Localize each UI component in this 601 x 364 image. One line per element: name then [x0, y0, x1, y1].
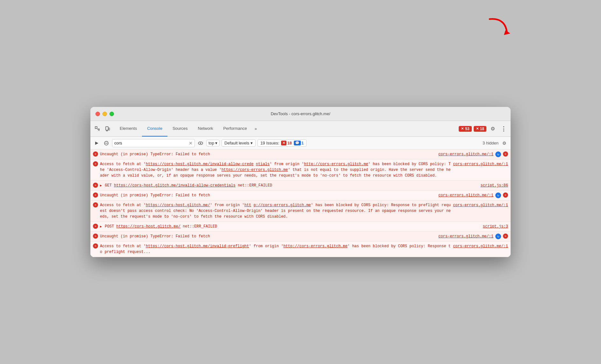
row-7-source[interactable]: cors-errors.glitch.me/:1 [438, 234, 493, 239]
row-4-source[interactable]: cors-errors.glitch.me/:1 [438, 192, 493, 198]
issues-error-count: ✕ 18 [281, 141, 292, 145]
row-6-content: ▶ POST https://cors-host.glitch.me/ net:… [100, 224, 481, 229]
row-5-source[interactable]: cors-errors.glitch.me/:1 [453, 202, 508, 208]
tab-sources[interactable]: Sources [167, 121, 193, 136]
row-7-action[interactable]: ↻ [495, 234, 501, 239]
tab-console[interactable]: Console [142, 121, 167, 136]
console-settings-icon[interactable]: ⚙ [500, 139, 508, 147]
row-2-right: cors-errors.glitch.me/:1 [453, 161, 508, 167]
maximize-button[interactable] [110, 112, 114, 116]
console-row-1: ✕ Uncaught (in promise) TypeError: Faile… [90, 150, 511, 159]
row-7-close[interactable]: ✕ [503, 234, 508, 239]
console-toolbar: ✕ top ▾ Default levels ▾ 19 Issues: ✕ 18… [90, 137, 511, 150]
clear-console-icon[interactable] [103, 139, 110, 147]
row-5-link2b[interactable]: p://cors-errors.glitch.me [254, 203, 311, 207]
row-3-link[interactable]: https://cors-host.glitch.me/invalid-allo… [114, 183, 236, 188]
row-2-content: Access to fetch at 'https://cors-host.gl… [100, 161, 451, 178]
row-8-link2[interactable]: http://cors-errors.glitch.me [283, 244, 348, 248]
row-3-right: script.js:86 [481, 183, 508, 188]
error-icon-7: ✕ [93, 234, 98, 239]
warning-count-badge[interactable]: ✕ 18 [474, 126, 486, 132]
row-4-close[interactable]: ✕ [503, 192, 508, 198]
row-2-source[interactable]: cors-errors.glitch.me/:1 [453, 161, 508, 167]
levels-dropdown[interactable]: Default levels ▾ [222, 139, 256, 147]
expand-icon-3[interactable]: ▶ [100, 184, 102, 187]
error-icon-6: ✕ [93, 224, 98, 229]
row-6-source[interactable]: script.js:3 [483, 224, 508, 229]
row-3-content: ▶ GET https://cors-host.glitch.me/invali… [100, 183, 479, 188]
filter-input[interactable] [114, 141, 189, 145]
issues-badge[interactable]: 19 Issues: ✕ 18 💬 1 [258, 139, 307, 147]
row-7-content: Uncaught (in promise) TypeError: Failed … [100, 234, 436, 239]
devtools-menu-icon[interactable]: ⋮ [499, 124, 508, 133]
error-icon-2: ✕ [93, 161, 98, 166]
svg-rect-3 [109, 128, 110, 130]
eye-icon[interactable] [197, 139, 204, 147]
row-7-right: cors-errors.glitch.me/:1 ↻ ✕ [438, 234, 508, 239]
row-1-source[interactable]: cors-errors.glitch.me/:1 [438, 151, 493, 157]
row-4-content: Uncaught (in promise) TypeError: Failed … [100, 192, 436, 198]
svg-marker-9 [504, 30, 510, 35]
row-4-action[interactable]: ↻ [495, 192, 501, 198]
console-row-7: ✕ Uncaught (in promise) TypeError: Faile… [90, 232, 511, 242]
inspect-element-icon[interactable] [93, 124, 102, 133]
row-1-right: cors-errors.glitch.me/:1 ↻ ✕ [438, 151, 508, 157]
tab-performance[interactable]: Performance [218, 121, 252, 136]
console-row-6: ✕ ▶ POST https://cors-host.glitch.me/ ne… [90, 222, 511, 232]
svg-rect-0 [95, 127, 97, 129]
expand-icon-6[interactable]: ▶ [100, 225, 102, 228]
row-1-close[interactable]: ✕ [503, 151, 508, 157]
tabbar-right: ✕ 53 ✕ 18 ⚙ ⋮ [459, 121, 508, 136]
error-icon-4: ✕ [93, 192, 98, 198]
row-2-link2[interactable]: http://cors-errors.glitch.me [304, 162, 368, 166]
row-2-link3[interactable]: https://cors-errors.glitch.me [222, 168, 288, 172]
tab-icons [93, 121, 112, 136]
devtools-window: DevTools - cors-errors.glitch.me/ Elemen… [90, 107, 511, 257]
console-row-5: ✕ Access to fetch at 'https://cors-host.… [90, 200, 511, 222]
run-script-icon[interactable] [93, 139, 101, 147]
row-1-content: Uncaught (in promise) TypeError: Failed … [100, 151, 436, 157]
row-8-right: cors-errors.glitch.me/:1 [453, 243, 508, 249]
row-5-content: Access to fetch at 'https://cors-host.gl… [100, 202, 451, 220]
row-5-link1[interactable]: https://cors-host.glitch.me/ [146, 203, 210, 207]
svg-point-8 [200, 143, 201, 144]
row-2-link1[interactable]: https://cors-host.glitch.me/invalid-allo… [146, 162, 253, 166]
toolbar-right: 3 hidden ⚙ [483, 139, 508, 147]
row-6-link[interactable]: https://cors-host.glitch.me/ [116, 224, 180, 229]
error-icon-8: ✕ [93, 243, 98, 248]
close-button[interactable] [95, 112, 100, 116]
hidden-messages-count: 3 hidden [483, 141, 498, 145]
devtools-settings-icon[interactable]: ⚙ [488, 124, 497, 133]
device-toolbar-icon[interactable] [103, 124, 112, 133]
minimize-button[interactable] [103, 112, 107, 116]
row-3-source[interactable]: script.js:86 [481, 183, 508, 188]
tab-network[interactable]: Network [193, 121, 218, 136]
traffic-lights [95, 112, 114, 116]
row-5-link2a[interactable]: htt [244, 203, 251, 207]
console-row-8: ✕ Access to fetch at 'https://cors-host.… [90, 242, 511, 257]
row-5-right: cors-errors.glitch.me/:1 [453, 202, 508, 208]
filter-clear-icon[interactable]: ✕ [189, 141, 193, 146]
tabbar: Elements Console Sources Network Perform… [90, 121, 511, 137]
console-row-4: ✕ Uncaught (in promise) TypeError: Faile… [90, 191, 511, 200]
error-count-badge[interactable]: ✕ 53 [459, 126, 471, 132]
svg-rect-2 [106, 130, 108, 131]
row-1-action[interactable]: ↻ [495, 151, 501, 157]
annotation-arrow [486, 16, 512, 39]
row-4-right: cors-errors.glitch.me/:1 ↻ ✕ [438, 192, 508, 198]
filter-input-wrap: ✕ [112, 139, 195, 147]
row-8-content: Access to fetch at 'https://cors-host.gl… [100, 243, 451, 255]
row-2-link1b[interactable]: ntials [256, 162, 270, 166]
console-row-2: ✕ Access to fetch at 'https://cors-host.… [90, 159, 511, 181]
more-tabs-button[interactable]: » [252, 121, 259, 136]
console-content: ✕ Uncaught (in promise) TypeError: Faile… [90, 150, 511, 257]
error-icon-5: ✕ [93, 202, 98, 207]
row-6-right: script.js:3 [483, 224, 508, 229]
tab-elements[interactable]: Elements [115, 121, 142, 136]
context-selector[interactable]: top ▾ [206, 140, 220, 146]
row-8-source[interactable]: cors-errors.glitch.me/:1 [453, 243, 508, 249]
issues-msg-count: 💬 1 [294, 141, 304, 145]
row-8-link1[interactable]: https://cors-host.glitch.me/invalid-pref… [146, 244, 249, 248]
window-title: DevTools - cors-errors.glitch.me/ [271, 111, 330, 116]
titlebar: DevTools - cors-errors.glitch.me/ [90, 107, 511, 121]
